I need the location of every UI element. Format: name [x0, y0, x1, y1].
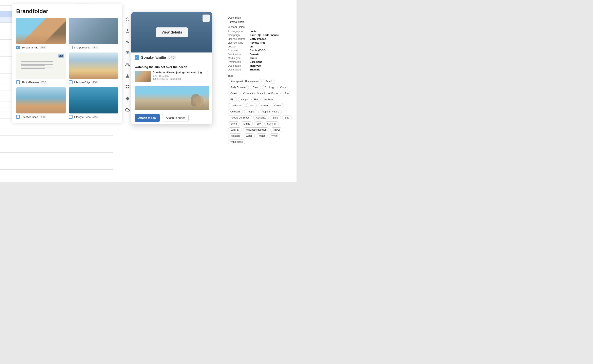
tag-item[interactable]: Vacation: [228, 133, 242, 138]
tag-item[interactable]: Outdoors: [228, 109, 243, 114]
custom-fields-section-title: Custom Fields: [228, 26, 293, 28]
tag-item[interactable]: Romance: [253, 115, 269, 120]
asset-thumb-1[interactable]: [16, 18, 66, 44]
tag-item[interactable]: People In Nature: [258, 109, 282, 114]
tag-item[interactable]: Hat: [251, 97, 260, 102]
tag-item[interactable]: Clothing: [262, 85, 276, 90]
asset-type-5: JPG: [40, 116, 46, 118]
doc-line-4: [21, 65, 45, 66]
asset-label-3: Photo-Release PDF: [16, 80, 66, 84]
doc-line-2: [21, 63, 45, 63]
row-26: [0, 141, 113, 147]
tag-item[interactable]: People On Beach: [228, 115, 252, 120]
tag-item[interactable]: Happy: [238, 97, 250, 102]
attach-to-row-button[interactable]: Attach to row: [135, 114, 160, 122]
metadata-row: DestinationGeneric: [228, 53, 293, 56]
tag-item[interactable]: Travel: [270, 127, 282, 132]
beach-lifestyle-image: [16, 87, 66, 113]
beach-couple-image: [16, 18, 66, 44]
tag-item[interactable]: Horizon: [262, 97, 275, 102]
tag-item[interactable]: Sky: [254, 121, 263, 126]
activity-icon[interactable]: [124, 39, 131, 45]
meta-label: Destination: [228, 60, 248, 63]
asset-type-6: JPG: [92, 116, 98, 118]
tag-item[interactable]: Nature: [258, 103, 270, 108]
metadata-row: DestinationMaldives: [228, 64, 293, 67]
asset-thumb-3[interactable]: 2/2: [16, 52, 66, 79]
chart-icon[interactable]: [124, 73, 131, 79]
grid-icon[interactable]: [124, 84, 131, 91]
page-badge: 2/2: [58, 54, 64, 58]
asset-checkbox-1[interactable]: [16, 46, 20, 49]
asset-checkbox-4[interactable]: [69, 80, 73, 84]
tag-item[interactable]: White: [269, 133, 280, 138]
related-asset-name: Sonata-families-enjoying-the-ocean.jpg: [153, 71, 203, 74]
meta-value: Getty Images: [250, 37, 266, 40]
meta-label: Locale: [228, 45, 248, 48]
tag-item[interactable]: Atmospheric Phenomenon: [228, 79, 261, 84]
tag-item[interactable]: Summer: [264, 121, 279, 126]
asset-thumb-2[interactable]: [69, 18, 119, 44]
row-25: [0, 136, 113, 141]
asset-checkbox-2[interactable]: [69, 46, 73, 49]
tag-item[interactable]: Wind Wave: [228, 139, 245, 144]
asset-checkbox-6[interactable]: [69, 115, 73, 119]
row-23: [0, 124, 113, 130]
detail-more-button[interactable]: ⋮: [202, 14, 210, 22]
couple-portrait-image: [69, 18, 119, 44]
tag-item[interactable]: Girl: [228, 97, 237, 102]
cloud-icon[interactable]: [124, 107, 131, 113]
upload-icon[interactable]: [124, 27, 131, 34]
tag-item[interactable]: water: [244, 133, 255, 138]
detail-asset-checkbox[interactable]: [135, 55, 139, 60]
city-lifestyle-image: [69, 52, 119, 79]
row-32: [0, 175, 113, 181]
metadata-row: PhotographerLucia: [228, 30, 293, 33]
tag-item[interactable]: Ocean: [272, 103, 284, 108]
row-28: [0, 153, 113, 158]
tag-item[interactable]: templatemidsection: [243, 127, 269, 132]
refresh-icon[interactable]: [124, 16, 131, 23]
related-more-button[interactable]: ⋮: [205, 71, 209, 75]
tag-item[interactable]: Shore: [228, 121, 240, 126]
tag-item[interactable]: Coastal And Oceanic Landforms: [240, 91, 280, 96]
tag-item[interactable]: Sun Hat: [228, 127, 242, 132]
asset-checkbox-5[interactable]: [16, 115, 20, 119]
tag-item[interactable]: Love: [246, 103, 257, 108]
diamond-icon[interactable]: [124, 95, 131, 102]
tag-item[interactable]: Fun: [282, 91, 291, 96]
row-31: [0, 169, 113, 175]
tag-item[interactable]: Sand: [270, 115, 281, 120]
asset-thumb-4[interactable]: [69, 52, 119, 79]
asset-grid: Sonata-familie JPG una-pareja-de JPG: [16, 18, 118, 119]
asset-item-lifestyle-beach-1: Lifestyle-Beac JPG: [16, 87, 66, 119]
asset-label-4: Lifestyle-City- JPG: [69, 80, 119, 84]
attach-to-sheet-button[interactable]: Attach to sheet: [162, 114, 188, 122]
document-list-icon[interactable]: [124, 50, 131, 57]
tag-item[interactable]: Sitting: [241, 121, 253, 126]
tag-item[interactable]: Water: [256, 133, 268, 138]
asset-item-lifestyle-beach-2: Lifestyle-Beac JPG: [69, 87, 119, 119]
svg-marker-14: [126, 97, 129, 100]
tag-item[interactable]: Cloud: [278, 85, 289, 90]
asset-thumb-5[interactable]: [16, 87, 66, 113]
tag-item[interactable]: Sea: [282, 115, 292, 120]
detail-actions: Attach to row Attach to sheet: [131, 112, 212, 124]
tag-item[interactable]: Body Of Water: [228, 85, 249, 90]
tag-item[interactable]: Coast: [228, 91, 239, 96]
pool-couple-image: [69, 87, 119, 113]
asset-checkbox-3[interactable]: [16, 80, 20, 84]
svg-rect-11: [128, 86, 129, 87]
tag-item[interactable]: People: [244, 109, 257, 114]
related-asset-dims-date: 1500 × 1000 px · 02/25/2021: [153, 78, 203, 80]
tag-item[interactable]: Landscape: [228, 103, 245, 108]
detail-image-area: ⋮ View details: [131, 12, 212, 52]
tag-item[interactable]: Calm: [250, 85, 261, 90]
people-icon[interactable]: [124, 61, 131, 68]
view-details-button[interactable]: View details: [156, 27, 188, 37]
meta-value: Display/DCO: [250, 49, 266, 52]
tag-item[interactable]: Beach: [263, 79, 275, 84]
asset-type-1: JPG: [40, 46, 46, 49]
metadata-row: DestinationBarcelona: [228, 60, 293, 63]
asset-thumb-6[interactable]: [69, 87, 119, 113]
